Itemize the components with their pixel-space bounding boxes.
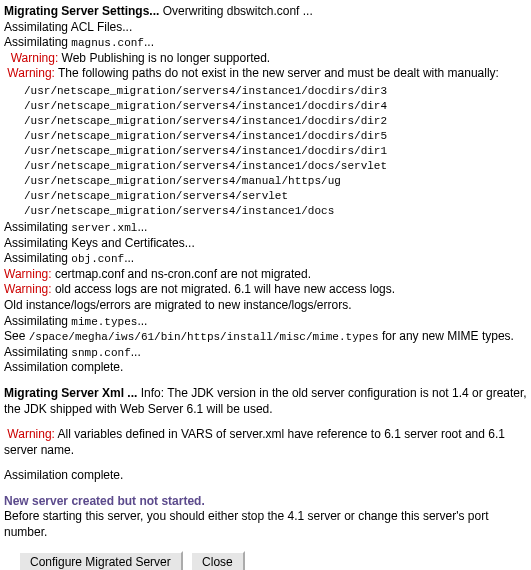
assim-magnus: Assimilating magnus.conf...	[4, 35, 527, 51]
assim-acl: Assimilating ACL Files...	[4, 20, 527, 36]
warning-certmap: Warning: certmap.conf and ns-cron.conf a…	[4, 267, 527, 283]
title-migrating-settings: Migrating Server Settings...	[4, 4, 159, 18]
assim-complete-2: Assimilation complete.	[4, 468, 527, 484]
path-item: /usr/netscape_migration/servers4/manual/…	[24, 175, 527, 187]
title-migrating-xml: Migrating Server Xml ...	[4, 386, 137, 400]
warning-webpub: Warning: Web Publishing is no longer sup…	[4, 51, 527, 67]
old-instance-logs: Old instance/logs/errors are migrated to…	[4, 298, 527, 314]
migrating-settings-header: Migrating Server Settings... Overwriting…	[4, 4, 527, 20]
path-item: /usr/netscape_migration/servers4/instanc…	[24, 160, 527, 172]
assim-keys: Assimilating Keys and Certificates...	[4, 236, 527, 252]
assim-serverxml: Assimilating server.xml...	[4, 220, 527, 236]
warning-vars: Warning: All variables defined in VARS o…	[4, 427, 527, 458]
warning-paths: Warning: The following paths do not exis…	[4, 66, 527, 82]
path-item: /usr/netscape_migration/servers4/instanc…	[24, 115, 527, 127]
migrating-xml-header: Migrating Server Xml ... Info: The JDK v…	[4, 386, 527, 417]
configure-migrated-server-button[interactable]: Configure Migrated Server	[18, 551, 183, 570]
path-list: /usr/netscape_migration/servers4/instanc…	[4, 85, 527, 217]
new-server-created: New server created but not started.	[4, 494, 527, 510]
before-start-note: Before starting this server, you should …	[4, 509, 527, 540]
warning-access: Warning: old access logs are not migrate…	[4, 282, 527, 298]
path-item: /usr/netscape_migration/servers4/instanc…	[24, 205, 527, 217]
assim-mimetypes: Assimilating mime.types...	[4, 314, 527, 330]
path-item: /usr/netscape_migration/servers4/instanc…	[24, 85, 527, 97]
assim-complete-1: Assimilation complete.	[4, 360, 527, 376]
assim-snmp: Assimilating snmp.conf...	[4, 345, 527, 361]
see-mime: See /space/megha/iws/61/bin/https/instal…	[4, 329, 527, 345]
path-item: /usr/netscape_migration/servers4/instanc…	[24, 145, 527, 157]
assim-objconf: Assimilating obj.conf...	[4, 251, 527, 267]
path-item: /usr/netscape_migration/servers4/instanc…	[24, 100, 527, 112]
path-item: /usr/netscape_migration/servers4/instanc…	[24, 130, 527, 142]
close-button[interactable]: Close	[190, 551, 245, 570]
button-row: Configure Migrated Server Close	[4, 551, 527, 570]
path-item: /usr/netscape_migration/servers4/servlet	[24, 190, 527, 202]
